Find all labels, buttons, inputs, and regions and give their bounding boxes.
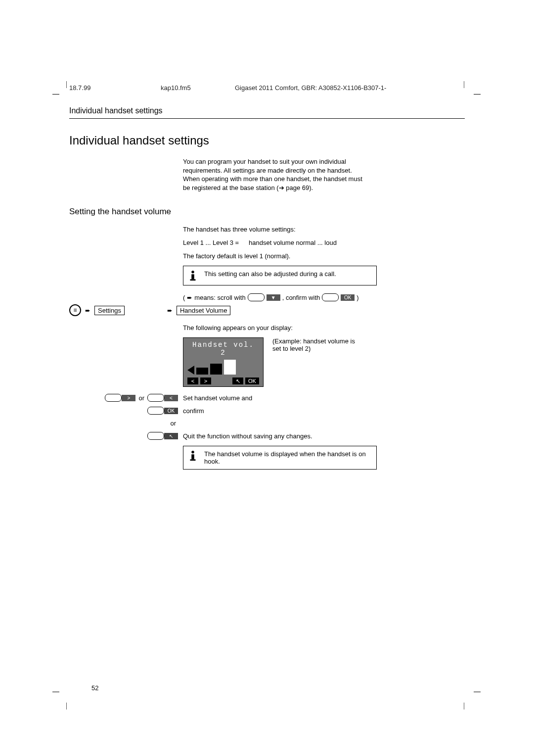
volume-bar — [196, 368, 208, 375]
softkey-left: < — [187, 378, 198, 384]
crop-mark — [52, 692, 59, 692]
display-title: Handset vol. 2 — [187, 341, 259, 357]
svg-rect-4 — [191, 454, 194, 459]
page-number: 52 — [91, 684, 98, 692]
softkey-button — [147, 394, 164, 402]
menu-item: Settings — [94, 306, 125, 315]
down-icon: ▼ — [267, 294, 280, 301]
handset-display: Handset vol. 2 < > ↖ OK — [183, 337, 264, 387]
scroll-hint: ( ➨ means: scroll with ▼ , confirm with … — [183, 293, 465, 301]
softkey-button — [147, 432, 164, 440]
info-icon — [188, 270, 197, 281]
level-description: Level 1 ... Level 3 = handset volume nor… — [183, 239, 366, 246]
softkey-button — [147, 407, 164, 415]
menu-item: Handset Volume — [177, 306, 230, 315]
speaker-icon — [187, 366, 194, 375]
levels-left: Level 1 ... Level 3 = — [183, 239, 239, 246]
action-text: Set handset volume and — [183, 394, 465, 402]
softkey-button — [105, 394, 122, 402]
svg-rect-2 — [190, 280, 196, 281]
display-example: (Example: handset volume is set to level… — [272, 337, 356, 352]
crop-mark — [474, 692, 481, 692]
volume-bar — [210, 364, 222, 375]
back-label: ↖ — [164, 433, 178, 439]
hint-open: ( — [183, 294, 185, 301]
action-text: Quit the function without saving any cha… — [183, 432, 465, 440]
divider — [69, 118, 465, 119]
note-box: The handset volume is displayed when the… — [183, 446, 377, 470]
body-text: The factory default is level 1 (normal). — [183, 252, 366, 260]
note-text: The handset volume is displayed when the… — [204, 450, 371, 465]
arrow-icon: ➨ — [85, 307, 90, 314]
hint-close: ) — [356, 294, 358, 301]
svg-point-0 — [191, 271, 194, 274]
svg-rect-1 — [191, 274, 194, 279]
left-label: < — [164, 395, 178, 401]
note-box: This setting can also be adjusted during… — [183, 266, 377, 285]
menu-path: ≡ ➨ Settings ➨ Handset Volume — [69, 304, 465, 316]
softkey-right: > — [200, 378, 211, 384]
body-text: The handset has three volume settings: — [183, 226, 366, 233]
hint-mid: means: scroll with — [194, 294, 245, 301]
volume-bars — [187, 360, 259, 375]
crop-pipe — [464, 703, 464, 709]
crop-pipe — [66, 703, 67, 709]
running-head: Individual handset settings — [69, 106, 465, 115]
arrow-icon: ➨ — [167, 307, 173, 314]
note-text: This setting can also be adjusted during… — [204, 270, 336, 278]
svg-rect-5 — [190, 460, 196, 461]
softkey-button — [322, 293, 339, 301]
hint-mid2: , confirm with — [282, 294, 320, 301]
svg-point-3 — [191, 451, 194, 454]
volume-bar-empty — [224, 360, 236, 375]
menu-icon: ≡ — [69, 304, 81, 316]
or-text: or — [170, 420, 176, 427]
page-title: Individual handset settings — [69, 134, 465, 147]
softkey-back: ↖ — [232, 378, 243, 384]
softkey-button — [248, 293, 265, 301]
section-heading: Setting the handset volume — [69, 207, 465, 217]
or-text: or — [138, 394, 144, 402]
arrow-icon: ➨ — [187, 294, 192, 301]
intro-paragraph: You can program your handset to suit you… — [183, 157, 366, 192]
levels-right: handset volume normal ... loud — [249, 239, 337, 246]
softkey-row: < > ↖ OK — [187, 378, 259, 384]
info-icon — [188, 450, 197, 461]
right-label: > — [122, 395, 135, 401]
body-text: The following appears on your display: — [183, 324, 366, 331]
ok-label: OK — [341, 294, 355, 301]
ok-label: OK — [164, 408, 178, 414]
softkey-ok: OK — [245, 378, 259, 384]
action-text: confirm — [183, 407, 465, 415]
